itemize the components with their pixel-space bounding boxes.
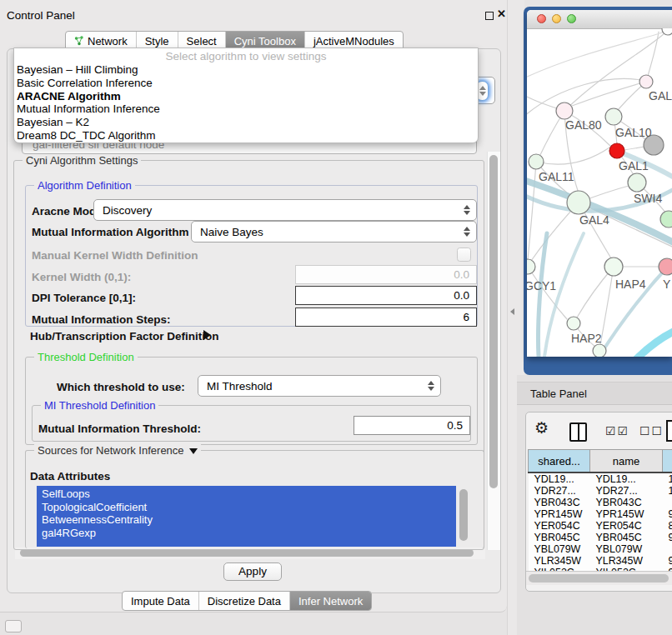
mi-steps-label: Mutual Information Steps: — [32, 313, 171, 326]
network-node-swi4[interactable] — [628, 173, 646, 192]
deselect-all-checkboxes-icon[interactable]: ☐☐ — [639, 424, 664, 438]
table-cell: YDR27... — [529, 485, 590, 497]
settings-vertical-scrollbar[interactable] — [487, 152, 500, 550]
node-label: GAL10 — [615, 126, 652, 139]
column-header-a[interactable]: A — [663, 450, 672, 473]
select-all-checkboxes-icon[interactable]: ☑☑ — [605, 424, 629, 438]
table-cell — [663, 497, 672, 508]
taskbar-mini-icon[interactable] — [5, 620, 22, 632]
table-row[interactable]: YDL19...YDL19...13 — [529, 472, 672, 485]
hub-expander-label[interactable]: Hub/Transcription Factor Definition — [30, 330, 219, 342]
manual-kernel-checkbox[interactable] — [457, 248, 471, 262]
network-canvas[interactable]: GALGAL80GAL10GAL1GAL11SWI4GAL4GCY1HAP4YH… — [527, 28, 672, 357]
table-cell: YER054C — [590, 520, 663, 532]
table-row[interactable]: YBR043CYBR043C — [529, 497, 672, 508]
table-cell: 8. — [663, 520, 672, 532]
sources-group-title[interactable]: Sources for Network Inference — [34, 444, 201, 457]
network-node-gal4[interactable] — [567, 191, 590, 214]
table-cell: YDL19... — [529, 472, 590, 485]
data-attribute-item[interactable]: SelfLoops — [42, 488, 456, 501]
collapse-arrow-icon[interactable] — [189, 448, 198, 454]
tab-label: Network — [88, 35, 128, 48]
algorithm-option-aracne-algorithm[interactable]: ARACNE Algorithm — [17, 90, 478, 103]
tab-discretize-data[interactable]: Discretize Data — [199, 592, 290, 610]
minimize-traffic-light-icon[interactable] — [552, 14, 561, 23]
algorithm-options-list: Bayesian – Hill ClimbingBasic Correlatio… — [14, 63, 478, 142]
table-scroll-thumb[interactable] — [529, 574, 669, 582]
document-icon[interactable] — [666, 420, 672, 442]
table-cell: YDR27... — [590, 485, 663, 497]
data-attribute-item[interactable]: TopologicalCoefficient — [42, 501, 456, 514]
horizontal-scroll-thumb[interactable] — [20, 549, 474, 557]
vertical-scroll-thumb[interactable] — [489, 155, 498, 488]
network-edge — [528, 162, 536, 260]
apply-button[interactable]: Apply — [223, 562, 282, 581]
algorithm-option-basic-correlation-inference[interactable]: Basic Correlation Inference — [17, 77, 478, 90]
network-edge — [600, 267, 614, 345]
algorithm-definition-title: Algorithm Definition — [34, 179, 135, 192]
network-node-hap4[interactable] — [604, 258, 623, 276]
network-node-gal1[interactable] — [609, 143, 624, 158]
tab-infer-network[interactable]: Infer Network — [290, 592, 371, 610]
network-node-y[interactable] — [659, 258, 672, 275]
table-row[interactable]: YBR045CYBR045C9. — [529, 532, 672, 543]
network-node-gal10[interactable] — [605, 108, 622, 125]
data-attribute-item[interactable]: BetweennessCentrality — [42, 513, 456, 527]
mi-threshold-field[interactable] — [354, 416, 470, 435]
table-horizontal-scrollbar[interactable] — [526, 571, 672, 585]
network-edge — [538, 233, 547, 357]
attributes-scroll-thumb[interactable] — [459, 489, 468, 541]
network-edge — [527, 31, 668, 78]
float-window-icon[interactable] — [485, 12, 494, 20]
tab-impute-data[interactable]: Impute Data — [123, 592, 199, 610]
network-node[interactable] — [660, 211, 672, 228]
kernel-width-field[interactable] — [295, 265, 477, 284]
network-node-gal80[interactable] — [556, 102, 573, 119]
combo-arrows-icon — [428, 381, 434, 391]
table-row[interactable]: YPR145WYPR145W9. — [529, 508, 672, 520]
column-header-shared[interactable]: shared... — [529, 450, 590, 473]
mi-steps-field[interactable] — [295, 308, 477, 327]
network-edge — [527, 79, 640, 117]
column-header-name[interactable]: name — [590, 450, 663, 473]
table-row[interactable]: YER054CYER054C8. — [529, 520, 672, 532]
network-node[interactable] — [593, 344, 606, 357]
network-node-gcy1[interactable] — [527, 259, 535, 274]
divider-collapse-icon[interactable] — [510, 308, 514, 315]
column-layout-icon[interactable] — [569, 422, 587, 442]
network-node-hap2[interactable] — [567, 317, 580, 330]
table-cell: YBR043C — [529, 497, 590, 508]
dpi-tolerance-field[interactable] — [295, 286, 477, 305]
which-threshold-value: MI Threshold — [207, 380, 273, 392]
table-row[interactable]: YDR27...YDR27...12 — [529, 485, 672, 497]
algorithm-option-mutual-information-inference[interactable]: Mutual Information Inference — [17, 102, 478, 116]
combo-arrows-icon — [464, 205, 470, 215]
panel-title: Control Panel — [7, 9, 75, 22]
table-row[interactable]: YLR345WYLR345W9. — [529, 555, 672, 567]
close-icon[interactable]: ✕ — [497, 8, 506, 20]
zoom-traffic-light-icon[interactable] — [567, 14, 576, 23]
which-threshold-select[interactable]: MI Threshold — [198, 375, 441, 397]
control-panel: Control Panel ✕ NetworkStyleSelectCyni T… — [0, 0, 507, 612]
tab-label: Style — [145, 35, 169, 48]
table-row[interactable]: YBL079WYBL079W — [529, 543, 672, 555]
expander-arrow-icon[interactable] — [203, 330, 211, 340]
gear-icon[interactable]: ⚙ — [534, 419, 549, 438]
table-cell: 9. — [663, 532, 672, 543]
table-cell: 9. — [663, 508, 672, 520]
algorithm-option-bayesian-k2[interactable]: Bayesian – K2 — [17, 116, 478, 129]
threshold-definition-title: Threshold Definition — [34, 351, 138, 363]
mi-type-select[interactable]: Naive Bayes — [191, 221, 477, 242]
table-cell: YLR345W — [590, 555, 663, 567]
data-attribute-item[interactable]: gal4RGexp — [42, 527, 456, 540]
close-traffic-light-icon[interactable] — [537, 14, 546, 23]
network-window-titlebar[interactable] — [527, 10, 672, 29]
algorithm-option-bayesian-hill-climbing[interactable]: Bayesian – Hill Climbing — [17, 63, 478, 77]
node-label: GAL80 — [565, 118, 602, 132]
algorithm-option-dream8-dc-tdc-algorithm[interactable]: Dream8 DC_TDC Algorithm — [17, 129, 478, 142]
table-cell: YLR345W — [529, 555, 590, 567]
table-cell: YPR145W — [529, 508, 590, 520]
aracne-mode-select[interactable]: Discovery — [93, 199, 477, 221]
network-node-gal11[interactable] — [529, 154, 544, 169]
network-node-gal[interactable] — [639, 75, 653, 88]
